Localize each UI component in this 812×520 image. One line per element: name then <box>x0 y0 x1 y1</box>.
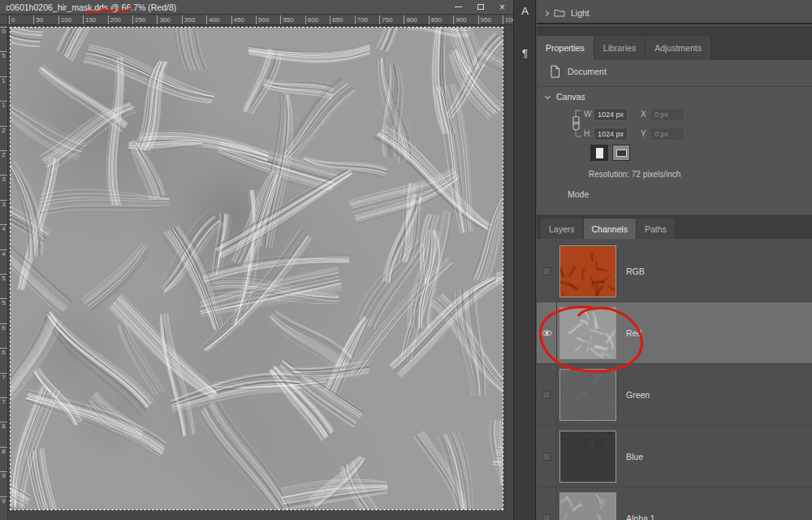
channel-row-alpha1[interactable]: Alpha 1 <box>537 488 812 520</box>
tab-layers[interactable]: Layers <box>541 219 584 239</box>
canvas-section-title: Canvas <box>556 92 585 102</box>
selection-marching-ants <box>10 27 503 510</box>
pasteboard <box>8 25 513 520</box>
ruler-label: 5 <box>0 298 7 306</box>
ruler-label: 700 <box>355 15 368 25</box>
canvas-section-header[interactable]: Canvas <box>546 92 585 102</box>
restore-icon <box>477 4 484 10</box>
ruler-label: 850 <box>429 15 442 25</box>
channel-row-rgb[interactable]: RGB <box>537 240 812 302</box>
layer-group-label: Light <box>571 8 590 18</box>
ruler-label: 0 <box>0 27 7 35</box>
ruler-label: 0 <box>9 15 15 25</box>
ruler-label: 7 <box>0 397 7 405</box>
blue-channel-thumbnail[interactable] <box>559 431 616 483</box>
ruler-label: 500 <box>256 15 269 25</box>
channel-label: Green <box>626 390 650 400</box>
ruler-label: 6 <box>0 323 7 332</box>
ruler-label: 2 <box>0 150 7 158</box>
height-label: H <box>584 129 590 138</box>
expand-chevron-icon <box>543 11 549 16</box>
properties-panel: Document Canvas W 1024 px X 0 px H 1024 <box>537 60 812 214</box>
ruler-label: 200 <box>108 15 121 25</box>
ruler-label: 600 <box>305 15 318 25</box>
y-label: Y <box>641 129 646 138</box>
character-panel-icon[interactable]: A <box>514 0 536 21</box>
width-input[interactable]: 1024 px <box>594 108 628 121</box>
document-titlebar[interactable]: c0601h0206_hir_mask.dds @ 66.7% (Red/8) … <box>0 0 513 15</box>
ruler-corner <box>0 15 8 25</box>
document-window: c0601h0206_hir_mask.dds @ 66.7% (Red/8) … <box>0 0 513 520</box>
ruler-label: 650 <box>330 15 343 25</box>
portrait-icon <box>596 148 603 158</box>
right-panel: Light Properties Libraries Adjustments D… <box>537 0 812 520</box>
restore-button[interactable] <box>469 0 491 14</box>
document-type-label: Document <box>568 67 607 76</box>
green-visibility-toggle[interactable] <box>537 364 556 425</box>
green-channel-thumbnail[interactable] <box>559 369 616 421</box>
ruler-label: 50 <box>33 15 43 25</box>
landscape-orientation-button[interactable] <box>612 145 630 161</box>
channel-label: Alpha 1 <box>626 514 655 520</box>
document-canvas[interactable] <box>11 28 503 509</box>
close-button[interactable]: × <box>491 0 513 14</box>
ruler-label: 450 <box>231 15 244 25</box>
minimize-button[interactable] <box>447 0 469 14</box>
ruler-label: 9 <box>0 471 7 479</box>
divider <box>537 86 812 87</box>
document-type-row[interactable]: Document <box>550 65 607 78</box>
ruler-label: 750 <box>379 15 392 25</box>
ruler-label: 8 <box>0 422 7 430</box>
tab-libraries[interactable]: Libraries <box>594 36 646 60</box>
ruler-label: 3 <box>0 175 7 183</box>
red-channel-thumbnail[interactable] <box>559 307 616 359</box>
ruler-label: 1 <box>0 101 7 109</box>
ruler-label: 3 <box>0 200 7 208</box>
tab-channels[interactable]: Channels <box>584 219 637 239</box>
ruler-label: 5 <box>0 51 7 59</box>
channels-panel: RGB Red Green Blue <box>537 239 812 520</box>
channel-label: Blue <box>626 452 643 462</box>
paragraph-panel-icon[interactable]: ¶ <box>514 42 536 63</box>
window-controls: × <box>447 0 513 14</box>
document-title: c0601h0206_hir_mask.dds @ 66.7% (Red/8) <box>0 2 176 12</box>
channel-label: Red <box>626 328 641 338</box>
ruler-label: 250 <box>132 15 145 25</box>
ruler-label: 6 <box>0 348 7 356</box>
tab-adjustments[interactable]: Adjustments <box>646 36 711 60</box>
ruler-label: 900 <box>453 15 466 25</box>
ruler-label: 300 <box>157 15 170 25</box>
minimize-icon <box>455 6 462 7</box>
channel-row-red[interactable]: Red <box>537 302 812 364</box>
tab-properties[interactable]: Properties <box>537 36 594 60</box>
photoshop-workspace: c0601h0206_hir_mask.dds @ 66.7% (Red/8) … <box>0 0 812 520</box>
close-icon: × <box>499 2 505 12</box>
portrait-orientation-button[interactable] <box>590 145 608 161</box>
ruler-label: 5 <box>0 274 7 282</box>
panel-divider <box>537 26 812 36</box>
ruler-label: 950 <box>478 15 491 25</box>
alpha1-channel-thumbnail[interactable] <box>559 492 616 520</box>
rgb-channel-thumbnail[interactable] <box>559 245 616 297</box>
ruler-label: 400 <box>206 15 219 25</box>
ruler-label: 350 <box>182 15 195 25</box>
height-input[interactable]: 1024 px <box>594 128 628 141</box>
horizontal-ruler[interactable]: 0501001502002503003504004505005506006507… <box>8 15 513 25</box>
channel-row-green[interactable]: Green <box>537 364 812 426</box>
ruler-label: 100 <box>58 15 71 25</box>
tab-paths[interactable]: Paths <box>637 219 676 239</box>
red-visibility-toggle[interactable] <box>537 302 556 363</box>
ruler-label: 9 <box>0 496 7 505</box>
empty-visibility-box <box>542 267 551 275</box>
channel-row-blue[interactable]: Blue <box>537 426 812 488</box>
empty-visibility-box <box>542 391 551 399</box>
vertical-ruler[interactable]: 05112233445566778899 <box>0 25 8 520</box>
layers-panel-peek-row[interactable]: Light <box>537 0 812 24</box>
blue-visibility-toggle[interactable] <box>537 426 556 487</box>
rgb-visibility-toggle[interactable] <box>537 240 556 301</box>
x-input: 0 px <box>650 108 685 121</box>
alpha1-visibility-toggle[interactable] <box>537 488 556 520</box>
ruler-label: 7 <box>0 373 7 381</box>
layers-channels-paths-tab-bar: Layers Channels Paths <box>537 219 812 239</box>
mode-label: Mode <box>568 189 589 199</box>
